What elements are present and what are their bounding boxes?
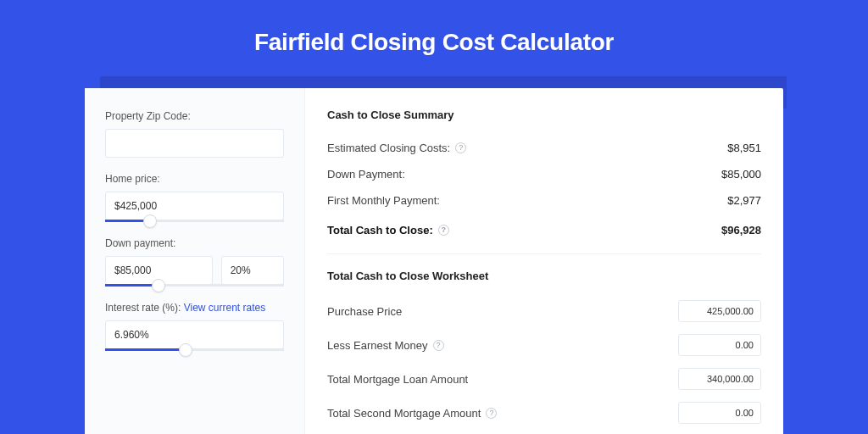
down-payment-inputs: [105, 256, 284, 285]
summary-row: First Monthly Payment: $2,977: [327, 187, 761, 214]
summary-total-label: Total Cash to Close: ?: [327, 224, 449, 236]
zip-label: Property Zip Code:: [105, 110, 284, 122]
page-root: Fairfield Closing Cost Calculator Proper…: [0, 0, 868, 434]
worksheet-title: Total Cash to Close Worksheet: [327, 270, 761, 282]
summary-title: Cash to Close Summary: [327, 108, 761, 121]
home-price-input[interactable]: [105, 192, 284, 220]
purchase-price-input[interactable]: [678, 300, 761, 322]
view-rates-link[interactable]: View current rates: [184, 302, 266, 314]
help-icon[interactable]: ?: [486, 408, 497, 419]
zip-field-group: Property Zip Code:: [105, 110, 284, 158]
mortgage-loan-input[interactable]: [678, 368, 761, 390]
summary-total-row: Total Cash to Close: ? $96,928: [327, 214, 761, 243]
zip-input[interactable]: [105, 129, 284, 158]
summary-row-label-text: Estimated Closing Costs:: [327, 142, 450, 154]
worksheet-block: Total Cash to Close Worksheet Purchase P…: [327, 270, 761, 430]
worksheet-row: Total Second Mortgage Amount ?: [327, 396, 761, 430]
worksheet-row-label: Purchase Price: [327, 305, 402, 318]
slider-thumb[interactable]: [143, 214, 157, 228]
slider-track: [105, 284, 284, 287]
calculator-card: Property Zip Code: Home price: Down paym…: [85, 88, 783, 434]
worksheet-row-label-text: Less Earnest Money: [327, 339, 428, 352]
down-payment-field-group: Down payment:: [105, 237, 284, 287]
earnest-money-input[interactable]: [678, 334, 761, 356]
slider-thumb[interactable]: [179, 343, 192, 357]
help-icon[interactable]: ?: [455, 142, 466, 153]
results-panel: Cash to Close Summary Estimated Closing …: [305, 88, 783, 434]
summary-row-value: $85,000: [721, 168, 761, 181]
down-payment-label: Down payment:: [105, 237, 284, 249]
inputs-panel: Property Zip Code: Home price: Down paym…: [85, 88, 305, 434]
summary-row-label: Estimated Closing Costs: ?: [327, 142, 466, 154]
interest-label-text: Interest rate (%):: [105, 302, 181, 314]
worksheet-row-label: Total Mortgage Loan Amount: [327, 373, 468, 386]
interest-input[interactable]: [105, 320, 284, 349]
home-price-slider[interactable]: [105, 220, 284, 222]
home-price-field-group: Home price:: [105, 173, 284, 222]
page-title: Fairfield Closing Cost Calculator: [0, 0, 868, 56]
help-icon[interactable]: ?: [438, 225, 449, 236]
summary-row-value: $2,977: [727, 194, 761, 207]
summary-total-label-text: Total Cash to Close:: [327, 224, 433, 236]
help-icon[interactable]: ?: [433, 340, 444, 351]
worksheet-row: Total Mortgage Loan Amount: [327, 362, 761, 396]
summary-total-value: $96,928: [721, 224, 761, 236]
summary-row: Down Payment: $85,000: [327, 161, 761, 187]
worksheet-row-label-text: Total Second Mortgage Amount: [327, 407, 481, 420]
summary-row-label: First Monthly Payment:: [327, 194, 440, 207]
summary-row-value: $8,951: [727, 142, 761, 154]
interest-label: Interest rate (%): View current rates: [105, 302, 284, 314]
home-price-label: Home price:: [105, 173, 284, 185]
down-payment-slider[interactable]: [105, 284, 284, 287]
slider-track: [105, 348, 284, 351]
slider-track: [105, 220, 284, 222]
slider-fill: [105, 348, 186, 351]
worksheet-row: Less Earnest Money ?: [327, 328, 761, 362]
worksheet-row-label: Less Earnest Money ?: [327, 339, 444, 352]
worksheet-row-label: Total Second Mortgage Amount ?: [327, 407, 497, 420]
summary-block: Cash to Close Summary Estimated Closing …: [327, 108, 761, 254]
slider-thumb[interactable]: [152, 279, 165, 292]
slider-fill: [105, 284, 159, 287]
down-payment-percent-input[interactable]: [221, 256, 284, 285]
interest-field-group: Interest rate (%): View current rates: [105, 302, 284, 351]
interest-slider[interactable]: [105, 348, 284, 351]
worksheet-row: Purchase Price: [327, 294, 761, 328]
summary-row-label: Down Payment:: [327, 168, 405, 181]
summary-row: Estimated Closing Costs: ? $8,951: [327, 135, 761, 161]
second-mortgage-input[interactable]: [678, 402, 761, 424]
